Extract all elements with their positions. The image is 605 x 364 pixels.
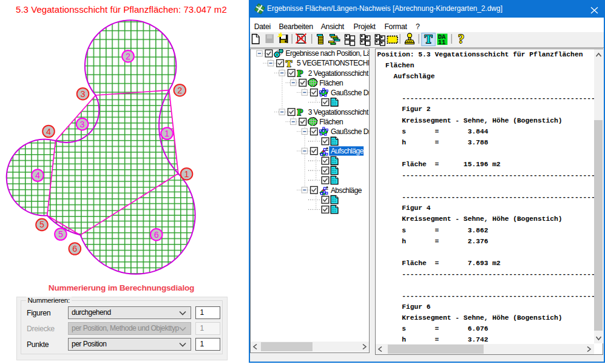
svg-text:4: 4: [35, 170, 40, 180]
svg-text:3 Vegatationsschicht: 3 Vegatationsschicht: [308, 108, 369, 116]
svg-text:5 VEGETATIONSTECHNI: 5 VEGETATIONSTECHNI: [297, 59, 368, 67]
svg-text:3: 3: [81, 89, 86, 99]
svg-text:2: 2: [126, 52, 130, 61]
svg-text:4: 4: [46, 127, 51, 136]
svg-text:11: 11: [438, 39, 446, 46]
svg-text:6: 6: [154, 230, 159, 240]
svg-text:2: 2: [177, 86, 182, 95]
svg-text:2 Vegatationsschicht: 2 Vegatationsschicht: [308, 69, 369, 78]
svg-text:5: 5: [58, 229, 63, 239]
svg-text:1: 1: [164, 129, 169, 138]
svg-text:5: 5: [39, 220, 44, 229]
svg-text:1: 1: [184, 169, 189, 179]
svg-text:Ergebnisse nach Position, Lä: Ergebnisse nach Position, Lä: [286, 49, 369, 58]
svg-text:Abschläge: Abschläge: [331, 186, 362, 195]
svg-text:3: 3: [80, 120, 85, 129]
svg-text:Flächen: Flächen: [319, 79, 343, 87]
svg-text:P: P: [297, 68, 303, 78]
svg-text:P: P: [297, 107, 303, 117]
svg-text:Gaußsche Dr: Gaußsche Dr: [331, 89, 369, 97]
svg-text:Gaußsche Dr: Gaußsche Dr: [331, 127, 369, 136]
svg-text:Flächen: Flächen: [319, 118, 343, 126]
svg-text:T: T: [286, 58, 292, 69]
svg-text:?: ?: [458, 32, 464, 46]
svg-text:T: T: [425, 33, 433, 46]
svg-text:6: 6: [72, 244, 77, 254]
svg-text:Aufschläge: Aufschläge: [331, 147, 364, 155]
